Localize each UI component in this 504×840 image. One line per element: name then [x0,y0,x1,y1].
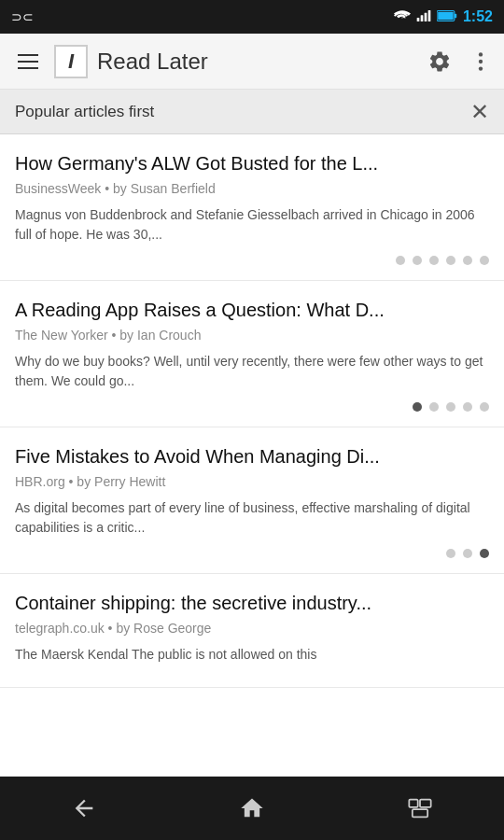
recent-apps-button[interactable] [392,790,448,827]
article-meta: BusinessWeek • by Susan Berfield [15,181,489,196]
recent-apps-icon [407,795,433,821]
article-item[interactable]: Container shipping: the secretive indust… [0,574,504,688]
status-time: 1:52 [463,8,493,25]
dot [480,256,489,265]
dot [463,402,472,412]
article-dots [15,549,489,562]
svg-rect-10 [409,800,417,807]
dot [463,549,472,558]
article-dots [15,256,489,269]
svg-rect-12 [420,800,431,807]
close-filter-button[interactable]: ✕ [470,99,489,125]
battery-icon [437,9,457,25]
article-title: Container shipping: the secretive indust… [15,591,489,615]
dot [446,549,455,558]
articles-list: How Germany's ALW Got Busted for the L..… [0,134,504,777]
voicemail-icon: ⊃⊂ [11,9,34,24]
status-bar-left: ⊃⊂ [11,9,34,24]
nav-bar [0,777,504,840]
hamburger-button[interactable] [11,45,45,78]
svg-point-8 [479,59,483,63]
article-title: How Germany's ALW Got Busted for the L..… [15,151,489,175]
article-title: A Reading App Raises a Question: What D.… [15,298,489,322]
back-icon [71,795,97,821]
gear-icon [427,49,452,74]
dot [413,256,422,265]
svg-rect-0 [417,18,420,21]
article-excerpt: Magnus von Buddenbrock and Stefanie Gies… [15,205,489,245]
article-excerpt: The Maersk Kendal The public is not allo… [15,645,489,665]
article-dots [15,402,489,415]
dot [396,256,405,265]
dot [446,256,455,265]
dot-active [413,402,422,412]
dot [446,402,455,412]
home-icon [239,795,265,821]
svg-point-9 [479,66,483,70]
more-icon [469,49,493,74]
article-excerpt: Why do we buy books? Well, until very re… [15,352,489,391]
svg-rect-6 [455,13,456,18]
hamburger-line-1 [18,54,38,56]
home-button[interactable] [224,790,280,827]
filter-label: Popular articles first [15,103,470,121]
signal-icon [416,9,431,25]
app-title: Read Later [97,49,427,75]
dot [429,402,439,412]
status-bar: ⊃⊂ 1:52 [0,0,504,34]
article-item[interactable]: A Reading App Raises a Question: What D.… [0,281,504,427]
dot [480,402,489,412]
more-options-button[interactable] [469,49,493,74]
article-meta: The New Yorker • by Ian Crouch [15,328,489,343]
svg-rect-2 [425,12,427,21]
status-bar-right: 1:52 [394,8,493,25]
svg-rect-1 [421,15,424,21]
article-excerpt: As digital becomes part of every line of… [15,498,489,538]
top-bar-actions [427,49,493,74]
article-title: Five Mistakes to Avoid When Managing Di.… [15,444,489,469]
article-meta: telegraph.co.uk • by Rose George [15,621,489,636]
settings-button[interactable] [427,49,452,74]
wifi-icon [394,9,411,25]
hamburger-line-3 [18,67,38,69]
dot [429,256,439,265]
dot-active [480,549,489,558]
svg-rect-5 [438,11,454,20]
dot [463,256,472,265]
filter-bar: Popular articles first ✕ [0,90,504,134]
top-bar: I Read Later [0,34,504,90]
back-button[interactable] [56,790,112,827]
app-logo: I [54,45,88,78]
svg-rect-3 [428,10,431,21]
article-item[interactable]: Five Mistakes to Avoid When Managing Di.… [0,427,504,574]
svg-point-7 [479,52,483,56]
hamburger-line-2 [18,61,38,63]
svg-rect-11 [413,809,427,817]
article-item[interactable]: How Germany's ALW Got Busted for the L..… [0,134,504,281]
article-meta: HBR.org • by Perry Hewitt [15,474,489,489]
